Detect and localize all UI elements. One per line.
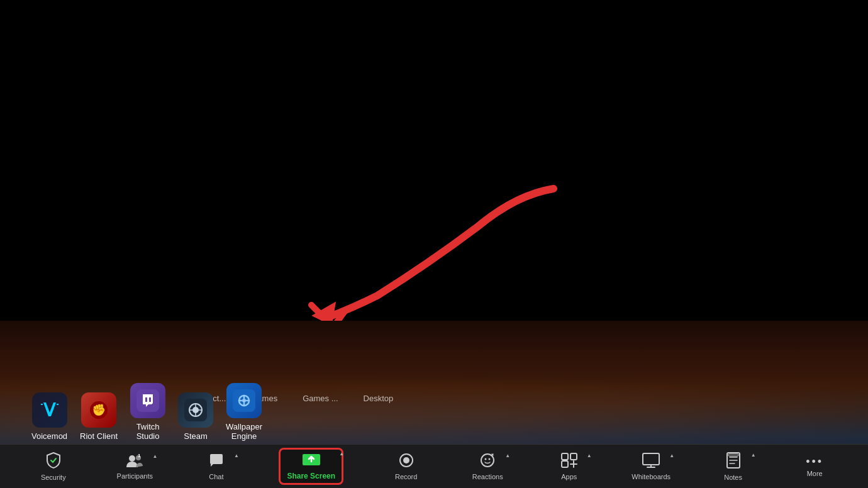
notes-label: Notes: [724, 474, 742, 481]
twitch-icon: [130, 383, 165, 418]
chat-icon: [209, 453, 224, 470]
steam-label: Steam: [184, 431, 208, 441]
ocean-background: Connect... Games Games ... Desktop Voice…: [0, 321, 868, 488]
toolbar-share-screen[interactable]: ▲ Share Screen: [279, 448, 343, 485]
security-label: Security: [41, 474, 66, 481]
apps-label: Apps: [561, 473, 577, 480]
share-screen-icon: [302, 452, 321, 469]
voicemod-label: Voicemod: [31, 431, 67, 441]
reactions-icon: [480, 453, 495, 470]
svg-text:1: 1: [138, 453, 141, 458]
app-voicemod[interactable]: Voicemod: [31, 392, 67, 441]
svg-rect-4: [145, 397, 147, 402]
steam-icon: [178, 392, 213, 428]
whiteboards-icon: [642, 453, 660, 470]
whiteboards-label: Whiteboards: [632, 473, 670, 480]
arrow-annotation: [252, 176, 579, 321]
svg-rect-24: [643, 453, 659, 465]
toolbar-security[interactable]: Security: [35, 452, 72, 481]
toolbar-whiteboards[interactable]: ▲ Whiteboards: [632, 453, 670, 480]
app-steam[interactable]: Steam: [178, 392, 213, 441]
wallpaper-icon: [226, 383, 262, 418]
svg-rect-22: [570, 453, 577, 460]
toolbar-more[interactable]: ••• More: [796, 456, 833, 477]
toolbar-record[interactable]: Record: [387, 453, 425, 480]
toolbar-participants[interactable]: ▲ 1 Participants: [116, 453, 153, 480]
svg-point-17: [403, 457, 409, 463]
more-icon: •••: [806, 456, 823, 467]
apps-row: Voicemod ✊ Riot Client Twit: [31, 383, 262, 441]
twitch-studio-label: Twitch Studio: [136, 422, 160, 441]
participants-label: Participants: [117, 472, 153, 480]
share-chevron: ▲: [339, 451, 344, 457]
svg-point-11: [242, 399, 246, 402]
svg-rect-26: [728, 454, 738, 456]
toolbar-notes[interactable]: ▲ Notes: [715, 452, 752, 481]
apps-chevron: ▲: [587, 453, 592, 458]
toolbar-apps[interactable]: ▲ Apps: [550, 453, 588, 480]
participants-icon: 1: [126, 453, 143, 470]
svg-point-20: [489, 458, 491, 460]
chat-label: Chat: [209, 473, 223, 480]
app-riot[interactable]: ✊ Riot Client: [80, 392, 118, 441]
scroll-label-desktop: Desktop: [364, 394, 394, 403]
app-twitch-studio[interactable]: Twitch Studio: [130, 383, 165, 441]
notes-icon: [726, 452, 740, 471]
record-icon: [399, 453, 414, 470]
svg-text:✊: ✊: [92, 403, 106, 417]
svg-rect-23: [562, 461, 568, 467]
black-background: [0, 0, 868, 321]
voicemod-icon: [32, 392, 67, 428]
svg-point-18: [481, 454, 494, 467]
svg-rect-5: [149, 397, 151, 402]
taskbar: Security ▲ 1 Participants ▲: [0, 444, 868, 488]
svg-point-12: [129, 455, 135, 462]
svg-point-19: [485, 458, 487, 460]
security-icon: [47, 452, 60, 471]
svg-marker-0: [311, 302, 345, 321]
riot-label: Riot Client: [80, 431, 118, 441]
whiteboards-chevron: ▲: [669, 453, 674, 458]
record-label: Record: [395, 473, 417, 480]
svg-rect-21: [562, 453, 568, 460]
reactions-label: Reactions: [472, 473, 503, 480]
reactions-chevron: ▲: [505, 453, 510, 458]
app-wallpaper-engine[interactable]: Wallpaper Engine: [226, 383, 262, 441]
wallpaper-engine-label: Wallpaper Engine: [226, 422, 262, 441]
scroll-label-games2: Games ...: [303, 394, 338, 403]
participants-chevron: ▲: [152, 453, 157, 459]
share-screen-label: Share Screen: [287, 472, 335, 480]
chat-chevron: ▲: [234, 453, 239, 458]
apps-icon: [561, 453, 577, 470]
notes-chevron: ▲: [751, 452, 756, 458]
toolbar-chat[interactable]: ▲ Chat: [198, 453, 235, 480]
riot-icon: ✊: [81, 392, 116, 428]
more-label: More: [807, 470, 823, 477]
toolbar-reactions[interactable]: ▲ Reactions: [469, 453, 506, 480]
